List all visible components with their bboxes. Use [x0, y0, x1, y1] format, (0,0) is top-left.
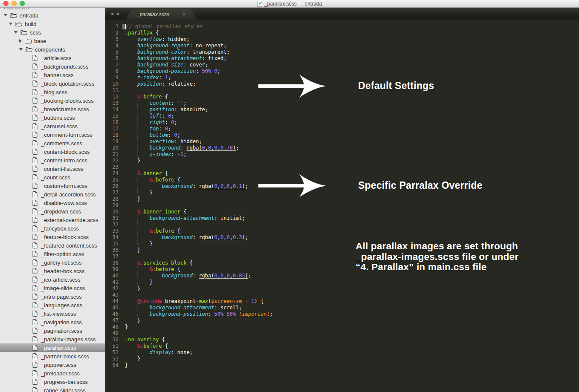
- code-line[interactable]: [125, 202, 579, 209]
- code-line[interactable]: [125, 222, 579, 228]
- sidebar-file-item[interactable]: s_backgrounds.scss: [0, 62, 105, 71]
- code-line[interactable]: background-color: transparent;: [125, 49, 579, 55]
- sidebar-file-item[interactable]: s_ico-article.scss: [0, 275, 105, 284]
- code-line[interactable]: position: relative;: [125, 81, 579, 87]
- code-line[interactable]: [125, 330, 579, 337]
- sidebar-file-item[interactable]: s_article.scss: [0, 54, 105, 62]
- sidebar-file-item[interactable]: s_comment-form.scss: [0, 130, 105, 139]
- code-line[interactable]: z-index: 1;: [125, 75, 579, 81]
- code-line[interactable]: top: 0;: [125, 126, 579, 132]
- sidebar-folder-item[interactable]: entrada: [0, 11, 105, 20]
- code-line[interactable]: }: [125, 324, 579, 330]
- code-line[interactable]: &:before {: [125, 228, 579, 234]
- code-line[interactable]: background-attachment: scroll;: [125, 305, 579, 311]
- code-line[interactable]: &:before {: [125, 266, 579, 273]
- code-line[interactable]: // global parallax styles: [125, 23, 579, 30]
- tab-parallax-scss[interactable]: _parallax.scss ×: [126, 9, 197, 20]
- sidebar-file-item[interactable]: s_block-quotation.scss: [0, 79, 105, 88]
- code-line[interactable]: position: absolute;: [125, 107, 579, 113]
- code-line[interactable]: bottom: 0;: [125, 132, 579, 138]
- sidebar-file-item[interactable]: s_range-slider.scss: [0, 386, 105, 392]
- sidebar-file-item[interactable]: s_parallax.scss: [0, 343, 105, 352]
- sidebar-file-item[interactable]: s_detail-accordion.scss: [0, 190, 105, 199]
- sidebar-file-item[interactable]: s_filter-option.scss: [0, 250, 105, 258]
- sidebar-file-item[interactable]: s_languages.scss: [0, 301, 105, 309]
- code-line[interactable]: }: [125, 247, 579, 254]
- code-line[interactable]: }: [125, 158, 579, 164]
- code-line[interactable]: overflow: hidden;: [125, 138, 579, 145]
- code-line[interactable]: background: rgba(0,0,0,0.70);: [125, 145, 579, 151]
- code-line[interactable]: background-repeat: no-repeat;: [125, 43, 579, 49]
- code-area[interactable]: 1234567891011121314151617181920212223242…: [105, 20, 579, 369]
- tab-close-icon[interactable]: ×: [182, 12, 185, 17]
- zoom-window-button[interactable]: [20, 1, 25, 6]
- code-line[interactable]: background: rgba(0,0,0,0.3);: [125, 234, 579, 241]
- disclosure-triangle-icon[interactable]: [14, 31, 17, 34]
- minimize-window-button[interactable]: [12, 1, 17, 6]
- sidebar-file-item[interactable]: s_custom-form.scss: [0, 182, 105, 190]
- sidebar-file-item[interactable]: s_feature-block.scss: [0, 233, 105, 241]
- sidebar-file-item[interactable]: s_intro-page.scss: [0, 292, 105, 301]
- sidebar-file-item[interactable]: s_content-block.scss: [0, 147, 105, 156]
- sidebar-file-item[interactable]: s_dropdown.scss: [0, 207, 105, 216]
- sidebar-file-item[interactable]: s_content-list.scss: [0, 164, 105, 173]
- code-line[interactable]: z-index: -1;: [125, 151, 579, 158]
- code-line[interactable]: background-attachment: initial;: [125, 215, 579, 222]
- disclosure-triangle-icon[interactable]: [9, 23, 12, 25]
- code-line[interactable]: }: [125, 196, 579, 202]
- code-line[interactable]: right: 0;: [125, 119, 579, 126]
- code-line[interactable]: background: rgba(0,0,0,0.1);: [125, 183, 579, 190]
- code-line[interactable]: &:before {: [125, 94, 579, 100]
- code-line[interactable]: }: [125, 279, 579, 285]
- code-line[interactable]: display: none;: [125, 349, 579, 356]
- sidebar-file-item[interactable]: s_pagination.scss: [0, 326, 105, 335]
- code-line[interactable]: [125, 292, 579, 298]
- code-line[interactable]: @include breakpoint-max($screen-sm - 1) …: [125, 298, 579, 305]
- code-line[interactable]: }: [125, 362, 579, 369]
- code-line[interactable]: [125, 87, 579, 94]
- code-line[interactable]: [125, 254, 579, 260]
- code-line[interactable]: &.services-block {: [125, 260, 579, 266]
- close-window-button[interactable]: [3, 1, 9, 6]
- sidebar-file-item[interactable]: s_fancybox.scss: [0, 224, 105, 233]
- code-line[interactable]: background: rgba(0,0,0,0.85);: [125, 273, 579, 279]
- sidebar-file-item[interactable]: s_comments.scss: [0, 139, 105, 147]
- sidebar-file-item[interactable]: s_buttons.scss: [0, 113, 105, 122]
- code-line[interactable]: background-position: 50% 50% !important;: [125, 311, 579, 317]
- code-line[interactable]: left: 0;: [125, 113, 579, 119]
- forward-arrow-icon[interactable]: ▶: [117, 12, 120, 16]
- sidebar-file-item[interactable]: s_blog.scss: [0, 88, 105, 96]
- sidebar-folder-item[interactable]: scss: [0, 28, 105, 37]
- code-line[interactable]: &:before {: [125, 177, 579, 183]
- code-line[interactable]: background-position: 50% 0;: [125, 68, 579, 75]
- sidebar-file-item[interactable]: s_count.scss: [0, 173, 105, 182]
- code-line[interactable]: overflow: hidden;: [125, 36, 579, 43]
- sidebar-file-item[interactable]: s_popover.scss: [0, 360, 105, 369]
- code-line[interactable]: }: [125, 317, 579, 324]
- code-line[interactable]: }: [125, 356, 579, 362]
- code-line[interactable]: &:before {: [125, 343, 579, 349]
- code-line[interactable]: }: [125, 285, 579, 292]
- sidebar-file-item[interactable]: s_navigation.scss: [0, 318, 105, 326]
- code-line[interactable]: .no-overlay {: [125, 337, 579, 343]
- sidebar-file-item[interactable]: s_header-box.scss: [0, 267, 105, 275]
- code-line[interactable]: }: [125, 241, 579, 247]
- sidebar-file-item[interactable]: s_gallery-list.scss: [0, 258, 105, 267]
- code-content[interactable]: // global parallax styles.parallax {over…: [125, 23, 579, 369]
- sidebar-file-item[interactable]: s_progress-bar.scss: [0, 378, 105, 386]
- sidebar-folder-item[interactable]: components: [0, 45, 105, 54]
- sidebar-file-item[interactable]: s_external-override.scss: [0, 216, 105, 224]
- code-line[interactable]: content: '';: [125, 100, 579, 107]
- sidebar-file-item[interactable]: s_preloader.scss: [0, 369, 105, 378]
- sidebar-file-item[interactable]: s_partner-block.scss: [0, 352, 105, 360]
- back-arrow-icon[interactable]: ◀: [110, 12, 113, 16]
- sidebar-file-item[interactable]: s_content-intro.scss: [0, 156, 105, 164]
- sidebar-file-item[interactable]: s_booking-blocks.scss: [0, 96, 105, 105]
- code-line[interactable]: &.banner {: [125, 170, 579, 177]
- sidebar-file-item[interactable]: s_carousel.scss: [0, 122, 105, 130]
- code-line[interactable]: &.banner-inner {: [125, 209, 579, 215]
- sidebar-file-item[interactable]: s_disable-wow.scss: [0, 199, 105, 207]
- disclosure-triangle-icon[interactable]: [19, 39, 22, 43]
- disclosure-triangle-icon[interactable]: [4, 14, 7, 17]
- sidebar-file-item[interactable]: s_parallax-images.scss: [0, 335, 105, 343]
